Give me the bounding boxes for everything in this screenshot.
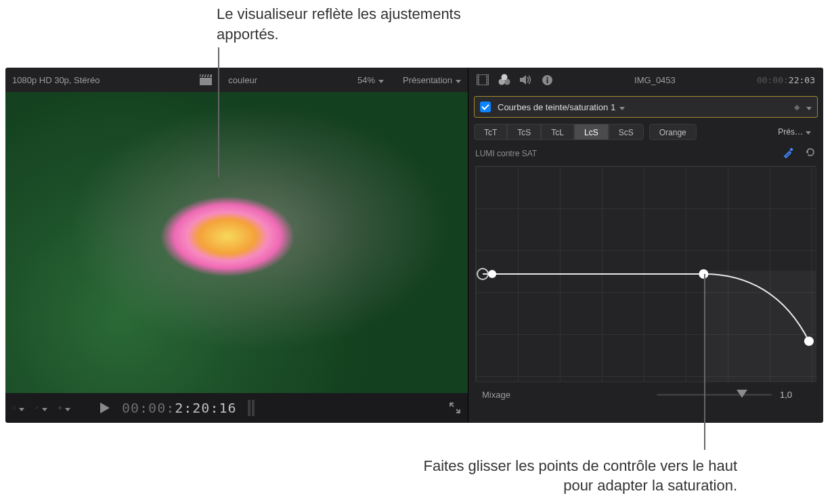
chevron-down-icon — [19, 403, 24, 413]
svg-rect-0 — [200, 78, 212, 85]
preset-menu[interactable]: Prés… — [778, 127, 818, 137]
keyframe-prev-icon[interactable]: ◆ — [794, 103, 800, 112]
curve-tab-tcs[interactable]: TcS — [507, 124, 541, 140]
timecode-prefix: 00:00: — [122, 400, 175, 416]
chevron-down-icon — [806, 127, 811, 137]
chevron-down-icon — [65, 403, 70, 413]
curve-tabs: TcT TcS TcL LcS ScS Orange Prés… — [474, 123, 818, 141]
viewer-format-label: 1080p HD 30p, Stéréo — [12, 75, 100, 85]
audio-inspector-tab[interactable] — [520, 74, 532, 85]
curve-tab-orange[interactable]: Orange — [649, 124, 697, 140]
curve-editor[interactable] — [475, 166, 816, 382]
info-inspector-tab[interactable] — [542, 74, 553, 86]
callout-line — [218, 47, 219, 177]
curve-tab-tcl[interactable]: TcL — [541, 124, 574, 140]
svg-rect-33 — [789, 147, 793, 152]
svg-rect-6 — [13, 407, 16, 409]
reset-icon[interactable] — [804, 146, 816, 160]
svg-line-13 — [60, 408, 61, 409]
svg-point-27 — [499, 79, 505, 85]
transform-tool[interactable] — [12, 402, 24, 414]
svg-point-8 — [38, 407, 39, 407]
curve-tab-lcs[interactable]: LcS — [574, 124, 609, 140]
fullscreen-button[interactable] — [449, 402, 461, 414]
timecode-main: 2:20:16 — [175, 400, 236, 416]
viewer-bottombar: 00:00:2:20:16 — [5, 393, 468, 423]
annotation-top: Le visualiseur reflète les ajustements a… — [217, 4, 474, 44]
chevron-down-icon — [619, 102, 625, 112]
correction-enabled-checkbox[interactable] — [480, 101, 491, 112]
zoom-menu[interactable]: 54% — [357, 75, 384, 85]
play-button[interactable] — [99, 402, 111, 414]
color-inspector-tab[interactable] — [498, 74, 510, 86]
inspector-timecode-prefix: 00:00: — [757, 75, 789, 85]
mix-value[interactable]: 1,0 — [780, 390, 814, 400]
svg-point-39 — [804, 336, 814, 346]
chevron-down-icon — [378, 75, 384, 85]
correction-name-dropdown[interactable]: Courbes de teinte/saturation 1 — [498, 102, 787, 112]
svg-point-28 — [504, 79, 510, 85]
callout-line — [704, 274, 705, 450]
curve-title: LUMI contre SAT — [475, 149, 537, 158]
viewer-pane: 1080p HD 30p, Stéréo couleur 54% Présent… — [5, 68, 468, 423]
curve-panel: LUMI contre SAT — [475, 146, 816, 382]
inspector-timecode: 00:00:22:03 — [757, 75, 815, 85]
video-inspector-tab[interactable] — [477, 74, 489, 85]
curve-tab-scs[interactable]: ScS — [609, 124, 644, 140]
viewer-timecode[interactable]: 00:00:2:20:16 — [122, 400, 237, 416]
view-menu-label: Présentation — [403, 75, 452, 85]
inspector-clip-name: IMG_0453 — [634, 75, 676, 85]
svg-point-31 — [546, 76, 548, 78]
svg-rect-32 — [547, 79, 548, 83]
audio-meter — [248, 400, 255, 416]
viewer-topbar: 1080p HD 30p, Stéréo couleur 54% Présent… — [5, 68, 468, 92]
app-window: 1080p HD 30p, Stéréo couleur 54% Présent… — [5, 68, 823, 423]
eyedropper-icon[interactable] — [783, 146, 795, 160]
clapperboard-icon[interactable] — [200, 74, 212, 86]
preset-label: Prés… — [778, 127, 803, 137]
inspector-pane: IMG_0453 00:00:22:03 Courbes de teinte/s… — [468, 68, 823, 423]
view-menu[interactable]: Présentation — [403, 75, 461, 85]
svg-line-7 — [36, 407, 38, 409]
correction-name-label: Courbes de teinte/saturation 1 — [498, 102, 615, 112]
svg-marker-29 — [520, 75, 526, 85]
viewer-image — [5, 92, 468, 393]
mix-slider[interactable] — [657, 389, 772, 400]
retime-tool[interactable] — [58, 402, 70, 414]
inspector-topbar: IMG_0453 00:00:22:03 — [468, 68, 823, 92]
correction-selector[interactable]: Courbes de teinte/saturation 1 ◆ — [474, 96, 818, 118]
svg-marker-14 — [100, 403, 110, 413]
chevron-down-icon — [42, 403, 47, 413]
mix-label: Mixage — [482, 390, 510, 400]
enhance-tool[interactable] — [35, 402, 47, 414]
inspector-timecode-main: 22:03 — [789, 75, 815, 85]
annotation-bottom: Faites glisser les points de contrôle ve… — [419, 456, 737, 496]
svg-point-37 — [488, 270, 496, 278]
zoom-value: 54% — [357, 75, 375, 85]
chevron-down-icon[interactable] — [806, 102, 812, 112]
viewer-title: couleur — [228, 75, 257, 85]
slider-thumb[interactable] — [737, 390, 747, 400]
viewer-canvas[interactable] — [5, 92, 468, 393]
mix-row: Mixage 1,0 — [482, 389, 814, 400]
curve-tab-tct[interactable]: TcT — [474, 124, 507, 140]
chevron-down-icon — [456, 75, 461, 85]
